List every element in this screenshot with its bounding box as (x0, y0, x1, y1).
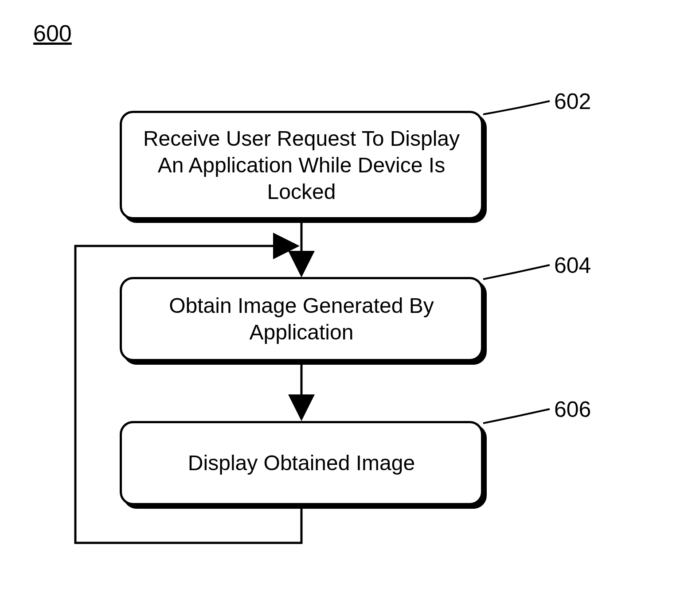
step-606-box: Display Obtained Image (120, 421, 483, 505)
step-604-box: Obtain Image Generated By Application (120, 277, 483, 361)
step-604-ref: 604 (554, 253, 591, 278)
step-602-text: Receive User Request To Display An Appli… (134, 125, 469, 205)
leader-604 (483, 265, 550, 279)
flowchart-diagram: 600 Receive User Request To Display An A… (0, 0, 688, 616)
step-602-box: Receive User Request To Display An Appli… (120, 111, 483, 219)
leader-602 (483, 101, 550, 114)
step-606-ref: 606 (554, 397, 591, 422)
step-606-text: Display Obtained Image (188, 450, 415, 476)
figure-number: 600 (33, 20, 72, 47)
step-604-text: Obtain Image Generated By Application (134, 292, 469, 346)
step-602-ref: 602 (554, 89, 591, 114)
leader-606 (483, 409, 550, 423)
